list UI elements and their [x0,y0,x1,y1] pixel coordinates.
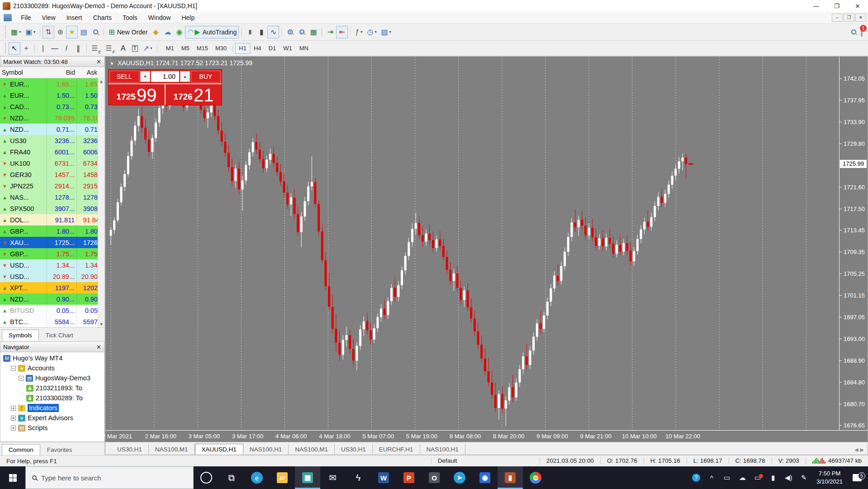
terminal-toggle[interactable]: ▤ [78,26,90,38]
fibonacci-expansion-tool[interactable]: ☰F [103,42,117,55]
menu-charts[interactable]: Charts [88,13,117,23]
market-watch-row-GER30[interactable]: ▼GER301457...1458... [0,169,104,180]
chart-tab-nas100-m1[interactable]: NAS100,M1 [149,444,195,455]
text-tool[interactable]: A [117,42,129,55]
candlestick-chart[interactable] [105,57,839,430]
start-button[interactable] [0,466,25,489]
mail-icon[interactable]: ✉ [320,466,346,489]
indicators-list-button-dropdown-icon[interactable]: ▾ [360,30,362,34]
market-watch-row-USD[interactable]: ▼USD...20.89...20.90... [0,271,104,282]
chrome-icon[interactable] [523,466,548,489]
task-view-icon[interactable]: ⧉ [219,466,244,489]
market-watch-row-GBP[interactable]: ▲GBP...1.80...1.80... [0,225,104,237]
market-watch-row-DOL[interactable]: ▲DOL...91.81191.845 [0,214,104,225]
market-watch-row-EUR[interactable]: ▲EUR...1.50...1.50... [0,90,104,101]
powerpoint-icon[interactable]: P [396,466,422,489]
menu-tools[interactable]: Tools [117,13,143,23]
tab-favorites[interactable]: Favorites [40,444,79,455]
cast-icon[interactable]: ▭ [720,474,734,482]
price-axis[interactable]: 1742.051737.951733.901729.801725.701721.… [839,57,868,430]
templates-button-dropdown-icon[interactable]: ▾ [389,30,391,34]
status-profile[interactable]: Default [431,457,540,465]
market-watch-row-JPN225[interactable]: ▼JPN2252914...2915... [0,180,104,192]
buy-price[interactable]: 1726 21 [166,84,222,105]
navigator-item-scripts[interactable]: +▤Scripts [0,423,104,433]
autotrading-button[interactable]: ◠▶AutoTrading [185,26,239,38]
toolbar-grip2[interactable] [5,43,7,54]
market-watch-titlebar[interactable]: Market Watch: 03:50:48 ✕ [0,56,104,67]
market-watch-row-XPT[interactable]: ▲XPT...1197...1202... [0,282,104,293]
arrows-tool[interactable]: ↗▾ [141,42,154,55]
market-watch-close-icon[interactable]: ✕ [96,58,101,65]
time-axis[interactable]: 2 Mar 20212 Mar 16:003 Mar 05:003 Mar 17… [105,430,868,442]
line-chart-type-button[interactable]: ∿ [267,26,279,38]
label-tool[interactable]: T [129,42,141,55]
market-watch-row-USD[interactable]: ▼USD...1.34...1.34... [0,259,104,271]
chart-tab-nas100-h1[interactable]: NAS100,H1 [243,444,289,455]
timeframe-m15[interactable]: M15 [193,43,212,54]
market-watch-row-SPX500[interactable]: ▲SPX5003907...3908... [0,203,104,214]
volume-input[interactable]: 1.00 [151,71,179,82]
tree-expand-icon[interactable]: + [11,416,16,421]
chart-tabs-scroll-buttons[interactable]: ◀▶ [851,447,868,455]
navigator-close-icon[interactable]: ✕ [96,344,101,350]
hidden-icons-chevron[interactable]: ^ [704,474,719,482]
timeframe-m30[interactable]: M30 [212,43,230,54]
market-watch-row-NZD[interactable]: ▲NZD...0.71...0.71... [0,124,104,135]
volume-icon[interactable]: ◀) [781,474,796,482]
mt4-taskbar-icon[interactable]: ▮ [498,466,523,489]
chart-shift-toggle[interactable]: ⇤ [336,26,348,38]
strategy-tester-toggle[interactable] [90,26,101,38]
menu-window[interactable]: Window [143,13,176,23]
market-watch-row-EUR[interactable]: ▼EUR...1.65...1.65... [0,78,104,90]
tree-expand-icon[interactable]: + [11,406,16,411]
help-tray-icon[interactable]: ? [689,474,703,482]
cursor-tool[interactable]: ↖ [9,42,20,55]
tab-symbols[interactable]: Symbols [2,330,39,340]
crosshair-tool[interactable]: + [20,42,32,55]
tab-common[interactable]: Common [2,444,40,455]
market-watch-toggle[interactable]: ⇅ [43,26,54,38]
new-chart-button[interactable]: ▦▾ [9,26,23,38]
lightning-app-icon[interactable]: ϟ [346,466,371,489]
buy-button[interactable]: BUY [191,71,221,82]
trendline-tool[interactable]: / [61,42,72,55]
navigator-item-hugo-s-way-mt4[interactable]: MHugo's Way MT4 [0,353,104,363]
onedrive-icon[interactable]: ☁ [735,474,749,482]
navigator-item-hugosway-demo3[interactable]: −▤HugosWay-Demo3 [0,373,104,383]
chart-tab-us30-h1[interactable]: US30,H1 [111,444,149,455]
mdi-minimize-button[interactable]: – [832,14,843,22]
chart-tab-us30-h1[interactable]: US30,H1 [335,444,373,455]
screenshare-icon[interactable]: ▭ [750,474,765,482]
edge-icon[interactable]: e [244,466,270,489]
candlestick-chart-type-button[interactable]: ▮ [256,26,267,38]
vertical-line-tool[interactable]: | [37,42,49,55]
chat-icon[interactable]: 1 [861,28,863,36]
notification-center-button[interactable]: 5 [848,474,866,481]
video-call-icon[interactable]: ◉ [472,466,498,489]
navigator-item-indicators[interactable]: +ƒIndicators [0,403,104,413]
bar-chart-type-button[interactable]: ||| [244,26,256,38]
navigator-toggle[interactable]: ★ [66,26,78,38]
sell-price[interactable]: 1725 99 [109,84,166,105]
market-watch-row-GBP[interactable]: ▼GBP...1.75...1.75... [0,248,104,259]
arrows-tool-dropdown-icon[interactable]: ▾ [151,46,152,50]
navigator-titlebar[interactable]: Navigator ✕ [0,341,104,352]
market-watch-row-NZD[interactable]: ▼NZD...78.09578.107 [0,112,104,124]
profiles-button[interactable]: ▣▾ [23,26,38,38]
chart-plot-area[interactable]: ▲ XAUUSD,H1 1724.71 1727.52 1723.21 1725… [105,57,868,430]
indicators-list-button[interactable]: ƒ▾ [353,26,365,38]
timeframe-mn[interactable]: MN [296,43,312,54]
periods-button-dropdown-icon[interactable]: ▾ [375,30,376,34]
timeframe-h4[interactable]: H4 [250,43,265,54]
signals-icon[interactable]: ◉ [173,26,185,38]
metaeditor-icon[interactable]: ◆ [150,26,161,38]
telegram-icon[interactable]: ➤ [447,466,472,489]
tree-expand-icon[interactable]: − [11,366,16,371]
data-window-toggle[interactable]: ⊕ [54,26,66,38]
market-watch-row-BTC[interactable]: ▲BTC...5584...5597... [0,316,104,327]
profiles-button-dropdown-icon[interactable]: ▾ [33,30,35,34]
market-watch-row-BITUSD[interactable]: ▲BITUSD0.05...0.05... [0,305,104,316]
horizontal-line-tool[interactable]: — [49,42,61,55]
market-icon[interactable]: ☁ [161,26,173,38]
